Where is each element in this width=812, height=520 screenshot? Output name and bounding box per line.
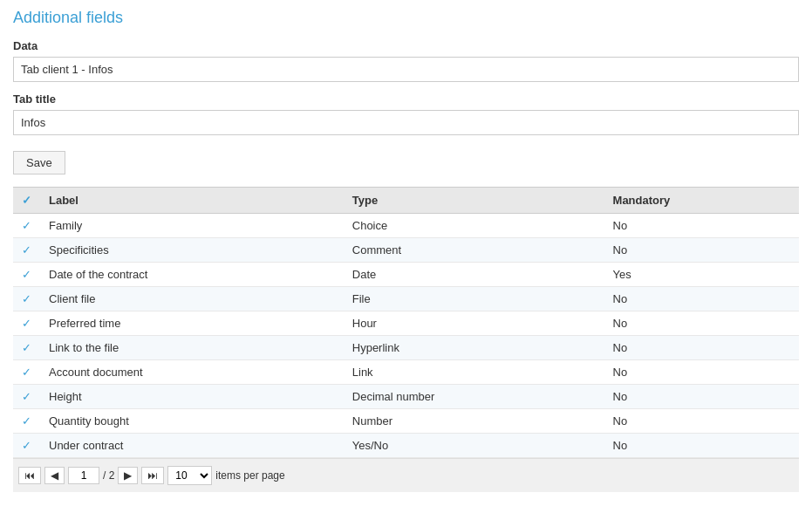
row-check: ✓ [13, 434, 40, 458]
row-check: ✓ [13, 263, 40, 287]
check-icon: ✓ [22, 219, 31, 232]
check-icon: ✓ [22, 366, 31, 379]
tab-title-section: Tab title [13, 92, 799, 135]
row-check: ✓ [13, 238, 40, 263]
row-check: ✓ [13, 385, 40, 409]
prev-page-button[interactable]: ◀ [44, 467, 65, 484]
table-row: ✓Preferred timeHourNo [13, 311, 799, 336]
table-row: ✓Client fileFileNo [13, 287, 799, 311]
row-type: Yes/No [344, 434, 604, 458]
row-type: Comment [344, 238, 604, 263]
row-check: ✓ [13, 409, 40, 434]
row-label: Link to the file [40, 336, 344, 360]
page-title: Additional fields [13, 9, 799, 27]
row-label: Under contract [40, 434, 344, 458]
table-row: ✓Link to the fileHyperlinkNo [13, 336, 799, 360]
row-type: Date [344, 263, 604, 287]
row-label: Quantity bought [40, 409, 344, 434]
row-label: Height [40, 385, 344, 409]
row-label: Date of the contract [40, 263, 344, 287]
row-type: Decimal number [344, 385, 604, 409]
data-input[interactable] [13, 57, 799, 82]
check-icon: ✓ [22, 390, 31, 403]
items-per-page-label: items per page [215, 469, 284, 482]
row-check: ✓ [13, 311, 40, 336]
col-check: ✓ [13, 188, 40, 214]
check-icon: ✓ [22, 292, 31, 305]
check-icon: ✓ [22, 439, 31, 452]
row-check: ✓ [13, 287, 40, 311]
data-section: Data [13, 39, 799, 82]
row-label: Client file [40, 287, 344, 311]
row-type: Hyperlink [344, 336, 604, 360]
check-icon: ✓ [22, 341, 31, 354]
page-size-select[interactable]: 10 25 50 100 [167, 466, 212, 485]
row-type: File [344, 287, 604, 311]
table-row: ✓Under contractYes/NoNo [13, 434, 799, 458]
col-label-header: Label [40, 188, 344, 214]
row-mandatory: No [604, 385, 799, 409]
row-mandatory: No [604, 214, 799, 238]
pagination-bar: ⏮ ◀ / 2 ▶ ⏭ 10 25 50 100 items per page [13, 458, 799, 492]
row-check: ✓ [13, 214, 40, 238]
page-number-input[interactable] [68, 467, 99, 484]
row-mandatory: No [604, 238, 799, 263]
first-page-button[interactable]: ⏮ [18, 467, 41, 484]
col-type-header: Type [344, 188, 604, 214]
total-pages: / 2 [103, 469, 114, 482]
fields-table: ✓ Label Type Mandatory ✓FamilyChoiceNo✓S… [13, 187, 799, 458]
row-mandatory: No [604, 311, 799, 336]
header-check-icon: ✓ [22, 194, 31, 207]
row-type: Choice [344, 214, 604, 238]
check-icon: ✓ [22, 268, 31, 281]
row-mandatory: No [604, 434, 799, 458]
row-check: ✓ [13, 336, 40, 360]
next-page-button[interactable]: ▶ [118, 467, 138, 484]
check-icon: ✓ [22, 317, 31, 330]
row-mandatory: Yes [604, 263, 799, 287]
save-button[interactable]: Save [13, 151, 65, 174]
row-type: Number [344, 409, 604, 434]
table-row: ✓SpecificitiesCommentNo [13, 238, 799, 263]
row-type: Link [344, 360, 604, 385]
table-header-row: ✓ Label Type Mandatory [13, 188, 799, 214]
row-mandatory: No [604, 287, 799, 311]
row-label: Account document [40, 360, 344, 385]
check-icon: ✓ [22, 243, 31, 257]
table-row: ✓Quantity boughtNumberNo [13, 409, 799, 434]
check-icon: ✓ [22, 414, 31, 428]
col-mandatory-header: Mandatory [604, 188, 799, 214]
last-page-button[interactable]: ⏭ [141, 467, 164, 484]
row-label: Specificities [40, 238, 344, 263]
table-row: ✓FamilyChoiceNo [13, 214, 799, 238]
row-label: Preferred time [40, 311, 344, 336]
table-row: ✓Account documentLinkNo [13, 360, 799, 385]
tab-title-input[interactable] [13, 110, 799, 135]
row-mandatory: No [604, 409, 799, 434]
data-label: Data [13, 39, 799, 52]
table-row: ✓Date of the contractDateYes [13, 263, 799, 287]
table-row: ✓HeightDecimal numberNo [13, 385, 799, 409]
row-mandatory: No [604, 336, 799, 360]
row-type: Hour [344, 311, 604, 336]
tab-title-label: Tab title [13, 92, 799, 106]
row-mandatory: No [604, 360, 799, 385]
row-check: ✓ [13, 360, 40, 385]
row-label: Family [40, 214, 344, 238]
